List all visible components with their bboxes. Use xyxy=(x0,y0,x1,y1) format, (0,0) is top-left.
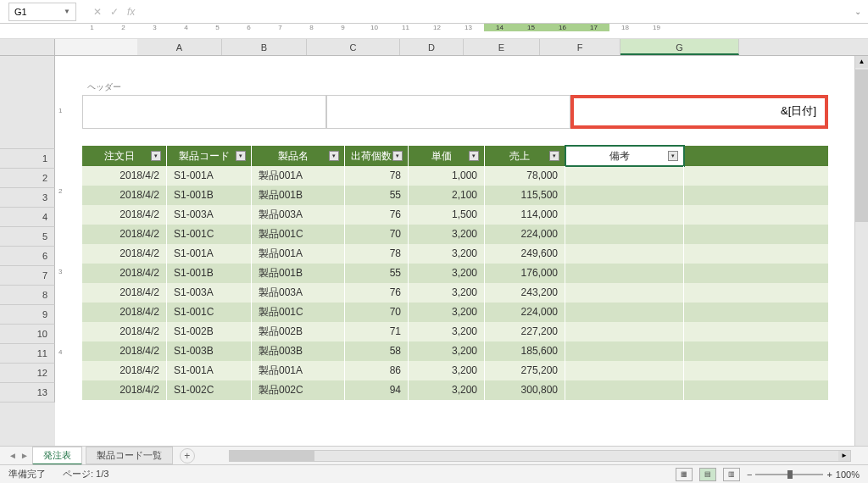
row-header[interactable]: 4 xyxy=(0,208,55,227)
table-cell[interactable] xyxy=(565,166,684,186)
column-header[interactable]: F xyxy=(540,39,620,55)
row-header[interactable]: 6 xyxy=(0,247,55,266)
table-cell[interactable]: 176,000 xyxy=(485,264,565,283)
row-header[interactable]: 8 xyxy=(0,286,55,305)
table-cell[interactable]: 2018/4/2 xyxy=(82,244,167,264)
header-right-box[interactable]: &[日付] xyxy=(570,95,828,129)
normal-view-button[interactable]: ▦ xyxy=(676,468,693,481)
horizontal-scrollbar[interactable]: ◄ ► xyxy=(229,450,851,462)
table-cell[interactable]: 55 xyxy=(345,186,409,205)
scroll-right-icon[interactable]: ► xyxy=(838,451,850,461)
table-cell[interactable]: S1-001A xyxy=(167,166,252,186)
table-cell[interactable]: 71 xyxy=(345,322,409,341)
table-cell[interactable] xyxy=(565,225,684,244)
table-cell[interactable]: 3,200 xyxy=(409,264,485,283)
row-header[interactable]: 12 xyxy=(0,364,55,383)
table-cell[interactable]: 製品001B xyxy=(252,264,345,283)
table-row[interactable]: 2018/4/2S1-003A製品003A761,500114,000 xyxy=(82,205,828,225)
column-header[interactable]: B xyxy=(222,39,307,55)
table-cell[interactable]: 製品001B xyxy=(252,186,345,205)
column-header[interactable]: C xyxy=(307,39,400,55)
header-left-box[interactable] xyxy=(82,95,326,129)
table-cell[interactable]: 製品002B xyxy=(252,322,345,341)
nav-next-icon[interactable]: ► xyxy=(20,451,29,460)
table-cell[interactable]: 86 xyxy=(345,361,409,380)
table-cell[interactable]: S1-001A xyxy=(167,361,252,380)
filter-dropdown-icon[interactable]: ▾ xyxy=(668,151,678,161)
table-row[interactable]: 2018/4/2S1-001B製品001B553,200176,000 xyxy=(82,264,828,283)
table-row[interactable]: 2018/4/2S1-001B製品001B552,100115,500 xyxy=(82,186,828,205)
row-header[interactable]: 3 xyxy=(0,188,55,208)
sheet-tab-active[interactable]: 発注表 xyxy=(32,447,82,465)
table-cell[interactable]: 1,500 xyxy=(409,205,485,225)
table-cell[interactable] xyxy=(565,303,684,322)
table-cell[interactable]: 3,200 xyxy=(409,380,485,400)
table-header[interactable]: 製品コード▾ xyxy=(167,146,252,166)
filter-dropdown-icon[interactable]: ▾ xyxy=(329,151,339,161)
table-cell[interactable]: 製品001C xyxy=(252,303,345,322)
filter-dropdown-icon[interactable]: ▾ xyxy=(469,151,479,161)
page-break-view-button[interactable]: ▥ xyxy=(723,468,740,481)
table-row[interactable]: 2018/4/2S1-001A製品001A863,200275,200 xyxy=(82,361,828,380)
table-cell[interactable]: S1-001C xyxy=(167,225,252,244)
table-cell[interactable]: 2018/4/2 xyxy=(82,341,167,361)
table-cell[interactable]: 2018/4/2 xyxy=(82,303,167,322)
table-cell[interactable]: 249,600 xyxy=(485,244,565,264)
table-cell[interactable]: 275,200 xyxy=(485,361,565,380)
table-cell[interactable]: 製品001C xyxy=(252,225,345,244)
table-cell[interactable]: 製品001A xyxy=(252,244,345,264)
table-cell[interactable]: 76 xyxy=(345,205,409,225)
row-header[interactable]: 2 xyxy=(0,169,55,188)
table-cell[interactable]: 2018/4/2 xyxy=(82,283,167,303)
table-cell[interactable]: 115,500 xyxy=(485,186,565,205)
table-cell[interactable] xyxy=(565,264,684,283)
table-cell[interactable]: 3,200 xyxy=(409,341,485,361)
formula-input[interactable] xyxy=(135,3,854,21)
table-cell[interactable]: 2018/4/2 xyxy=(82,322,167,341)
row-header[interactable]: 10 xyxy=(0,325,55,344)
table-cell[interactable] xyxy=(565,283,684,303)
table-cell[interactable]: 2018/4/2 xyxy=(82,264,167,283)
table-header[interactable]: 注文日▾ xyxy=(82,146,167,166)
table-row[interactable]: 2018/4/2S1-002B製品002B713,200227,200 xyxy=(82,322,828,341)
filter-dropdown-icon[interactable]: ▾ xyxy=(549,151,559,161)
table-cell[interactable] xyxy=(565,341,684,361)
row-header[interactable]: 11 xyxy=(0,344,55,364)
table-cell[interactable] xyxy=(565,361,684,380)
table-cell[interactable]: S1-002C xyxy=(167,380,252,400)
table-cell[interactable]: 76 xyxy=(345,283,409,303)
table-cell[interactable]: 1,000 xyxy=(409,166,485,186)
select-all-corner[interactable] xyxy=(0,39,55,55)
table-cell[interactable]: 55 xyxy=(345,264,409,283)
table-cell[interactable]: 2018/4/2 xyxy=(82,166,167,186)
table-header[interactable]: 売上▾ xyxy=(485,146,565,166)
scroll-up-icon[interactable]: ▲ xyxy=(855,56,868,68)
table-cell[interactable]: 製品003A xyxy=(252,205,345,225)
table-header[interactable]: 備考▾ xyxy=(565,146,684,166)
table-cell[interactable] xyxy=(565,205,684,225)
table-cell[interactable]: 58 xyxy=(345,341,409,361)
header-center-box[interactable] xyxy=(326,95,570,129)
table-row[interactable]: 2018/4/2S1-001A製品001A783,200249,600 xyxy=(82,244,828,264)
table-cell[interactable]: 製品001A xyxy=(252,166,345,186)
vscroll-thumb[interactable] xyxy=(855,69,868,222)
table-cell[interactable]: 製品003B xyxy=(252,341,345,361)
filter-dropdown-icon[interactable]: ▾ xyxy=(236,151,246,161)
name-box[interactable]: G1 ▼ xyxy=(8,3,76,21)
table-row[interactable]: 2018/4/2S1-001C製品001C703,200224,000 xyxy=(82,225,828,244)
column-header[interactable]: E xyxy=(464,39,540,55)
row-header[interactable]: 1 xyxy=(0,149,55,169)
table-row[interactable]: 2018/4/2S1-002C製品002C943,200300,800 xyxy=(82,380,828,400)
hscroll-thumb[interactable] xyxy=(230,451,314,461)
table-cell[interactable]: 3,200 xyxy=(409,283,485,303)
expand-formula-icon[interactable]: ⌄ xyxy=(854,7,861,16)
table-cell[interactable]: 70 xyxy=(345,303,409,322)
table-cell[interactable] xyxy=(565,380,684,400)
table-header[interactable]: 製品名▾ xyxy=(252,146,345,166)
table-cell[interactable]: 3,200 xyxy=(409,361,485,380)
table-cell[interactable]: 227,200 xyxy=(485,322,565,341)
column-header[interactable]: A xyxy=(137,39,222,55)
table-cell[interactable]: 78,000 xyxy=(485,166,565,186)
column-header[interactable]: G xyxy=(620,39,739,55)
table-cell[interactable]: 製品001A xyxy=(252,361,345,380)
